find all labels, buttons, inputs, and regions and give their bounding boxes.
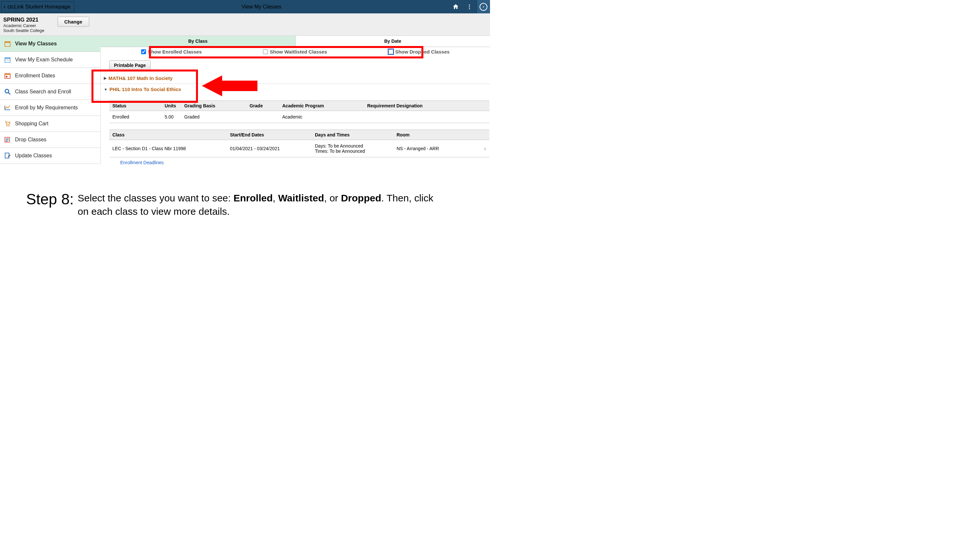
svg-point-12 [6,76,8,78]
col-class: Class [109,130,227,140]
filter-dropped[interactable]: Show Dropped Classes [388,49,450,54]
col-grading: Grading Basis [181,101,246,111]
class-row-phil110[interactable]: ▼ PHIL 110 Intro To Social Ethics [101,84,490,95]
cell-program: Academic [279,111,364,123]
svg-point-1 [469,6,470,7]
cell-req [364,111,489,123]
caption-text-3: , or [324,192,341,203]
class-row-math107[interactable]: ▶ MATH& 107 Math In Society [101,73,490,84]
printable-page-button[interactable]: Printable Page [109,60,151,70]
cell-room: NS - Arranged - ARR [393,140,480,157]
svg-point-2 [469,8,470,9]
col-program: Academic Program [279,101,364,111]
sidebar-item-enroll-requirements[interactable]: Enroll by My Requirements [0,100,100,116]
caption-step-label: Step 8: [26,192,74,206]
cell-units: 5.00 [161,111,181,123]
svg-point-13 [5,89,9,93]
sidebar-item-update-classes[interactable]: Update Classes [0,148,100,164]
edit-doc-icon [3,152,12,160]
triangle-right-icon: ▶ [104,76,107,80]
caption-bold-dropped: Dropped [341,192,381,203]
back-button[interactable]: ‹ ctcLink Student Homepage [1,1,75,13]
class-title: MATH& 107 Math In Society [108,75,172,81]
filter-waitlisted[interactable]: Show Waitlisted Classes [263,49,327,54]
cell-days-line1: Days: To be Announced [315,143,390,149]
class-list: ▶ MATH& 107 Math In Society ▼ PHIL 110 I… [100,73,490,95]
class-title: PHIL 110 Intro To Social Ethics [110,86,181,92]
search-icon [3,88,12,96]
nav-compass-button[interactable] [477,0,490,13]
filter-dropped-checkbox[interactable] [388,49,393,54]
college-name: South Seattle College [3,28,45,33]
svg-rect-9 [8,60,10,60]
sidebar-item-label: Class Search and Enroll [15,89,71,95]
tutorial-caption: Step 8: Select the classes you want to s… [26,192,470,218]
caption-bold-enrolled: Enrolled [234,192,273,203]
sidebar-item-drop-classes[interactable]: Drop Classes [0,132,100,148]
svg-rect-7 [6,60,6,60]
view-tabs: By Class By Date [100,36,490,47]
chevron-right-icon: › [480,140,489,157]
term-header: SPRING 2021 Academic Career South Seattl… [0,13,490,36]
sidebar-item-enrollment-dates[interactable]: Enrollment Dates [0,68,100,84]
change-term-button[interactable]: Change [57,17,89,27]
compass-icon [480,3,487,11]
col-room: Room [393,130,480,140]
enrollment-info-table: Status Units Grading Basis Grade Academi… [109,100,489,123]
sidebar-item-label: Enrollment Dates [15,73,55,79]
cell-days-line2: Times: To be Announced [315,149,390,154]
tab-by-date[interactable]: By Date [296,36,490,47]
filter-waitlisted-checkbox[interactable] [263,49,268,54]
enrollment-info-row: Enrolled 5.00 Graded Academic [109,111,489,123]
col-units: Units [161,101,181,111]
sidebar-item-label: Shopping Cart [15,121,48,127]
line-chart-icon [3,104,12,112]
sidebar-item-exam-schedule[interactable]: View My Exam Schedule [0,52,100,68]
cell-dates: 01/04/2021 - 03/24/2021 [227,140,312,157]
academic-career: Academic Career [3,23,45,28]
svg-rect-21 [5,153,9,158]
back-label: ctcLink Student Homepage [8,4,70,10]
term-info: SPRING 2021 Academic Career South Seattl… [3,17,45,33]
sidebar-item-label: View My Exam Schedule [15,57,73,63]
left-sidebar: View My Classes View My Exam Schedule En… [0,36,100,164]
main-content: By Class By Date Show Enrolled Classes S… [100,36,490,165]
cell-grading: Graded [181,111,246,123]
sidebar-item-label: Update Classes [15,153,52,159]
enrollment-deadlines-link[interactable]: Enrollment Deadlines [120,160,164,165]
svg-rect-4 [5,42,10,43]
sidebar-item-view-my-classes[interactable]: View My Classes [0,36,100,52]
col-chevron [480,130,489,140]
calendar-week-icon [3,56,12,64]
caption-text: Select the classes you want to see: Enro… [78,192,437,218]
more-vert-icon[interactable] [466,3,473,11]
schedule-table: Class Start/End Dates Days and Times Roo… [109,130,489,157]
svg-line-14 [8,93,10,95]
top-banner: ‹ ctcLink Student Homepage View My Class… [0,0,490,13]
svg-point-15 [6,125,8,127]
cart-icon [3,120,12,128]
svg-rect-6 [5,58,10,59]
svg-rect-8 [7,60,8,60]
calendar-dot-icon [3,72,12,79]
schedule-row[interactable]: LEC - Section D1 - Class Nbr 11998 01/04… [109,140,489,157]
calendar-icon [3,40,12,48]
filter-enrolled-checkbox[interactable] [141,49,146,54]
svg-point-16 [8,125,10,127]
sidebar-item-shopping-cart[interactable]: Shopping Cart [0,116,100,132]
caption-bold-waitlisted: Waitlisted [278,192,324,203]
cell-class: LEC - Section D1 - Class Nbr 11998 [109,140,227,157]
filter-enrolled[interactable]: Show Enrolled Classes [141,49,202,54]
term-label: SPRING 2021 [3,17,45,23]
tab-by-class[interactable]: By Class [100,36,296,47]
banner-title-area: View My Classes [75,0,449,13]
svg-point-0 [469,4,470,5]
filter-dropped-label: Show Dropped Classes [395,49,450,54]
cell-status: Enrolled [109,111,161,123]
sidebar-item-label: View My Classes [15,41,57,47]
col-days: Days and Times [312,130,393,140]
home-icon[interactable] [452,3,460,11]
list-remove-icon [3,136,12,144]
cell-grade [246,111,279,123]
sidebar-item-class-search[interactable]: Class Search and Enroll [0,84,100,100]
